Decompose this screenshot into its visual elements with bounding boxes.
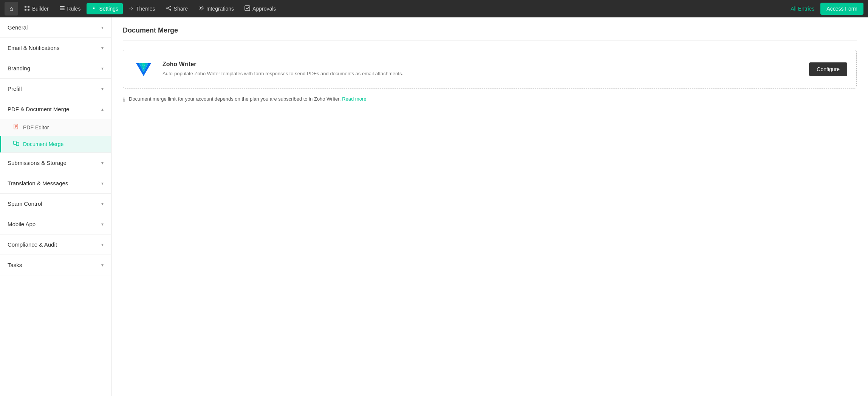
- svg-rect-17: [15, 125, 17, 126]
- sidebar-section-compliance: Compliance & Audit ▾: [0, 234, 111, 255]
- svg-rect-21: [16, 142, 19, 146]
- sidebar-item-document-merge[interactable]: Document Merge: [0, 136, 111, 152]
- writer-name: Zoho Writer: [162, 61, 801, 68]
- svg-line-12: [168, 9, 170, 10]
- settings-icon: [91, 5, 97, 12]
- svg-point-10: [170, 9, 171, 11]
- sidebar-section-header-prefill[interactable]: Prefill ▾: [0, 79, 111, 99]
- svg-rect-0: [25, 6, 26, 8]
- sidebar-section-translation: Translation & Messages ▾: [0, 173, 111, 194]
- info-note-text: Document merge limit for your account de…: [129, 96, 366, 102]
- all-entries-link[interactable]: All Entries: [791, 6, 814, 12]
- sidebar-section-label-email: Email & Notifications: [8, 45, 60, 51]
- sidebar-item-pdf-editor[interactable]: PDF Editor: [0, 119, 111, 136]
- chevron-icon-prefill: ▾: [101, 86, 104, 92]
- chevron-icon-spam: ▾: [101, 201, 104, 207]
- svg-point-13: [200, 7, 202, 9]
- svg-rect-5: [60, 8, 65, 9]
- sidebar-item-label-pdf-editor: PDF Editor: [23, 124, 49, 130]
- sidebar-section-header-translation[interactable]: Translation & Messages ▾: [0, 173, 111, 193]
- nav-label-themes: Themes: [136, 6, 155, 12]
- document-merge-icon: [13, 140, 19, 148]
- zoho-writer-logo: [132, 58, 155, 81]
- chevron-icon-general: ▾: [101, 25, 104, 30]
- chevron-icon-pdf: ▴: [101, 107, 104, 112]
- sidebar-section-label-pdf: PDF & Document Merge: [8, 106, 69, 112]
- svg-point-9: [166, 8, 168, 9]
- sidebar-section-prefill: Prefill ▾: [0, 79, 111, 99]
- nav-label-share: Share: [174, 6, 188, 12]
- home-icon: ⌂: [9, 5, 13, 12]
- svg-point-14: [199, 6, 203, 10]
- integrations-icon: [198, 5, 204, 12]
- sidebar-section-header-mobile[interactable]: Mobile App ▾: [0, 214, 111, 234]
- read-more-link[interactable]: Read more: [342, 96, 366, 102]
- nav-item-approvals[interactable]: Approvals: [240, 3, 280, 14]
- sidebar-section-spam: Spam Control ▾: [0, 194, 111, 214]
- pdf-editor-icon: [13, 124, 19, 131]
- sidebar-section-label-general: General: [8, 24, 28, 31]
- nav-label-approvals: Approvals: [252, 6, 276, 12]
- sidebar-section-header-compliance[interactable]: Compliance & Audit ▾: [0, 234, 111, 255]
- sidebar-section-label-branding: Branding: [8, 65, 30, 71]
- svg-rect-4: [60, 6, 65, 7]
- nav-item-share[interactable]: Share: [161, 3, 192, 14]
- sidebar-section-label-mobile: Mobile App: [8, 221, 36, 227]
- sidebar-section-label-compliance: Compliance & Audit: [8, 241, 57, 248]
- sidebar-section-mobile: Mobile App ▾: [0, 214, 111, 234]
- home-button[interactable]: ⌂: [5, 2, 18, 16]
- sidebar-section-pdf: PDF & Document Merge ▴ PDF Editor: [0, 99, 111, 153]
- sidebar-section-label-tasks: Tasks: [8, 262, 22, 268]
- nav-item-builder[interactable]: Builder: [20, 3, 53, 14]
- svg-rect-6: [60, 9, 65, 10]
- page-title: Document Merge: [123, 26, 857, 41]
- sidebar-section-header-spam[interactable]: Spam Control ▾: [0, 194, 111, 214]
- sidebar-section-email: Email & Notifications ▾: [0, 38, 111, 58]
- sidebar-section-header-pdf[interactable]: PDF & Document Merge ▴: [0, 99, 111, 119]
- rules-icon: [59, 5, 65, 12]
- sidebar-section-header-general[interactable]: General ▾: [0, 17, 111, 37]
- chevron-icon-translation: ▾: [101, 181, 104, 186]
- sidebar-section-label-spam: Spam Control: [8, 200, 42, 207]
- sidebar-section-label-prefill: Prefill: [8, 85, 22, 92]
- top-nav: ⌂ Builder Rules Settings ✧ Themes Share …: [0, 0, 868, 17]
- chevron-icon-email: ▾: [101, 45, 104, 51]
- writer-description: Auto-populate Zoho Writer templates with…: [162, 70, 801, 78]
- svg-point-7: [93, 8, 95, 9]
- sidebar: General ▾ Email & Notifications ▾ Brandi…: [0, 17, 111, 396]
- chevron-icon-compliance: ▾: [101, 242, 104, 247]
- sidebar-section-header-tasks[interactable]: Tasks ▾: [0, 255, 111, 275]
- access-form-button[interactable]: Access Form: [820, 3, 863, 15]
- writer-info: Zoho Writer Auto-populate Zoho Writer te…: [162, 61, 801, 78]
- svg-rect-18: [15, 126, 17, 127]
- nav-item-settings[interactable]: Settings: [87, 3, 123, 14]
- svg-rect-2: [25, 9, 26, 11]
- main-content: Document Merge Zoho Writer Auto-populate…: [111, 17, 868, 396]
- nav-label-integrations: Integrations: [206, 6, 234, 12]
- svg-rect-19: [15, 127, 16, 128]
- sidebar-section-header-submissions[interactable]: Submissions & Storage ▾: [0, 153, 111, 173]
- chevron-icon-submissions: ▾: [101, 160, 104, 166]
- nav-item-themes[interactable]: ✧ Themes: [124, 3, 160, 14]
- sidebar-sub-items-pdf: PDF Editor Document Merge: [0, 119, 111, 152]
- chevron-icon-branding: ▾: [101, 66, 104, 71]
- svg-line-11: [168, 7, 170, 8]
- sidebar-section-header-branding[interactable]: Branding ▾: [0, 58, 111, 78]
- info-icon: ℹ: [123, 96, 125, 104]
- svg-point-8: [170, 6, 171, 7]
- chevron-icon-mobile: ▾: [101, 222, 104, 227]
- sidebar-section-branding: Branding ▾: [0, 58, 111, 79]
- svg-rect-3: [28, 9, 29, 11]
- sidebar-section-submissions: Submissions & Storage ▾: [0, 153, 111, 173]
- nav-label-rules: Rules: [67, 6, 81, 12]
- nav-item-integrations[interactable]: Integrations: [194, 3, 238, 14]
- chevron-icon-tasks: ▾: [101, 262, 104, 268]
- nav-item-rules[interactable]: Rules: [55, 3, 85, 14]
- approvals-icon: [244, 5, 250, 12]
- sidebar-section-header-email[interactable]: Email & Notifications ▾: [0, 38, 111, 58]
- nav-label-settings: Settings: [99, 6, 118, 12]
- app-layout: General ▾ Email & Notifications ▾ Brandi…: [0, 17, 868, 396]
- configure-button[interactable]: Configure: [809, 62, 847, 76]
- writer-card: Zoho Writer Auto-populate Zoho Writer te…: [123, 50, 857, 89]
- share-icon: [166, 5, 172, 12]
